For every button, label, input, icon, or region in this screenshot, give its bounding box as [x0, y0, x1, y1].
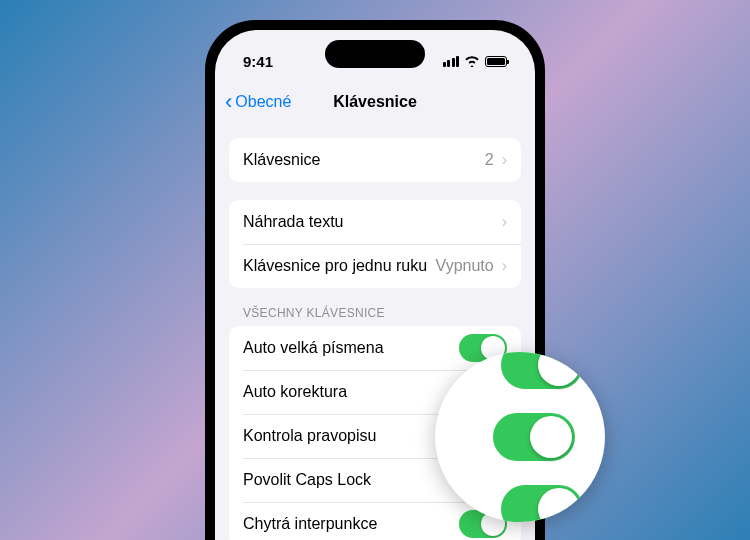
row-label: Povolit Caps Lock: [243, 471, 459, 489]
group-keyboards: Klávesnice 2 ›: [229, 138, 521, 182]
chevron-right-icon: ›: [502, 213, 507, 231]
row-label: Klávesnice pro jednu ruku: [243, 257, 436, 275]
row-label: Auto velká písmena: [243, 339, 459, 357]
row-keyboards[interactable]: Klávesnice 2 ›: [229, 138, 521, 182]
chevron-left-icon: ‹: [225, 91, 232, 113]
magnified-toggle: [501, 485, 583, 522]
row-value: 2: [485, 151, 494, 169]
back-label: Obecné: [235, 93, 291, 111]
chevron-right-icon: ›: [502, 151, 507, 169]
magnified-toggle-focus: [493, 413, 575, 461]
wifi-icon: [464, 55, 480, 67]
magnifier-highlight: [435, 352, 605, 522]
row-value: Vypnuto: [436, 257, 494, 275]
row-label: Kontrola pravopisu: [243, 427, 459, 445]
signal-icon: [443, 56, 460, 67]
battery-icon: [485, 56, 507, 67]
status-time: 9:41: [243, 53, 273, 70]
row-label: Náhrada textu: [243, 213, 502, 231]
back-button[interactable]: ‹ Obecné: [225, 91, 291, 113]
row-label: Chytrá interpunkce: [243, 515, 459, 533]
magnified-toggle: [501, 352, 583, 389]
status-right: [443, 55, 508, 67]
section-header-all-keyboards: VŠECHNY KLÁVESNICE: [229, 306, 521, 326]
row-label: Auto korektura: [243, 383, 459, 401]
chevron-right-icon: ›: [502, 257, 507, 275]
row-label: Klávesnice: [243, 151, 485, 169]
dynamic-island: [325, 40, 425, 68]
nav-bar: ‹ Obecné Klávesnice: [215, 80, 535, 124]
row-text-replacement[interactable]: Náhrada textu ›: [229, 200, 521, 244]
group-text: Náhrada textu › Klávesnice pro jednu ruk…: [229, 200, 521, 288]
row-one-handed-keyboard[interactable]: Klávesnice pro jednu ruku Vypnuto ›: [229, 244, 521, 288]
nav-title: Klávesnice: [333, 93, 417, 111]
